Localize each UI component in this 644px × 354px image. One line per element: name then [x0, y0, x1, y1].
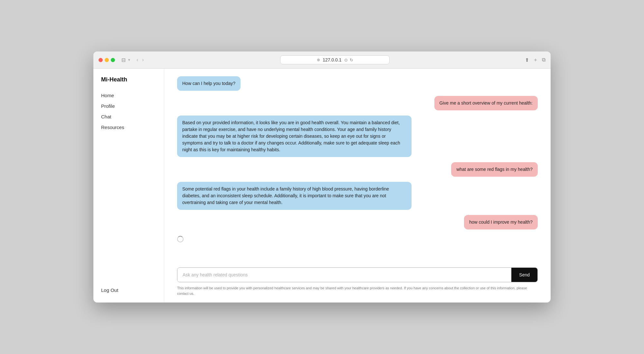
browser-actions: ⬆ ＋ ⧉ — [525, 57, 545, 63]
sidebar-toggle-icon[interactable]: ⊟ — [121, 57, 126, 63]
address-text: 127.0.0.1 — [323, 57, 341, 62]
privacy-icon: ⊕ — [317, 58, 320, 62]
message-row: Based on your provided information, it l… — [177, 116, 538, 157]
back-arrow-icon[interactable]: ‹ — [135, 56, 139, 63]
sidebar-item-chat[interactable]: Chat — [101, 112, 156, 121]
disclaimer-text: This information will be used to provide… — [177, 285, 538, 296]
chat-bubble-user: what are some red flags in my health? — [451, 162, 538, 177]
spinner-icon — [177, 236, 184, 242]
minimize-button[interactable] — [105, 58, 109, 62]
address-icons: ⊙ ↻ — [344, 58, 353, 62]
sidebar-item-profile[interactable]: Profile — [101, 101, 156, 111]
chat-messages: How can I help you today? Give me a shor… — [177, 76, 538, 265]
forward-arrow-icon[interactable]: › — [141, 56, 145, 63]
chat-bubble-ai: Based on your provided information, it l… — [177, 116, 412, 157]
chevron-down-icon: ▾ — [128, 58, 130, 62]
browser-window: ⊟ ▾ ‹ › ⊕ 127.0.0.1 ⊙ ↻ ⬆ ＋ ⧉ Mi-He — [93, 51, 551, 303]
message-row: Give me a short overview of my current h… — [177, 96, 538, 110]
send-button[interactable]: Send — [511, 268, 537, 282]
app-layout: Mi-Health Home Profile Chat Resources Lo… — [93, 69, 551, 303]
nav-menu: Home Profile Chat Resources — [101, 91, 156, 285]
message-row: how could I improve my health? — [177, 215, 538, 229]
logout-button[interactable]: Log Out — [101, 285, 156, 295]
share-button-icon[interactable]: ⬆ — [525, 57, 529, 63]
chat-input[interactable] — [177, 268, 511, 282]
chat-bubble-ai: Some potential red flags in your health … — [177, 182, 412, 210]
maximize-button[interactable] — [111, 58, 115, 62]
chat-bubble-user: Give me a short overview of my current h… — [434, 96, 538, 110]
refresh-icon[interactable]: ↻ — [350, 58, 353, 62]
traffic-lights — [99, 58, 115, 62]
tabs-overview-icon[interactable]: ⧉ — [542, 57, 545, 63]
chat-bubble-user: how could I improve my health? — [464, 215, 538, 229]
address-bar-container: ⊕ 127.0.0.1 ⊙ ↻ — [149, 55, 521, 64]
nav-arrows: ‹ › — [135, 56, 145, 63]
address-bar[interactable]: ⊕ 127.0.0.1 ⊙ ↻ — [280, 55, 390, 64]
browser-controls: ⊟ ▾ — [121, 57, 130, 63]
browser-chrome: ⊟ ▾ ‹ › ⊕ 127.0.0.1 ⊙ ↻ ⬆ ＋ ⧉ — [93, 51, 551, 69]
message-row: what are some red flags in my health? — [177, 162, 538, 177]
sidebar: Mi-Health Home Profile Chat Resources Lo… — [93, 69, 164, 303]
main-content: How can I help you today? Give me a shor… — [164, 69, 551, 303]
close-button[interactable] — [99, 58, 103, 62]
input-row: Send — [177, 267, 538, 282]
loading-indicator — [177, 236, 538, 242]
sidebar-item-home[interactable]: Home — [101, 91, 156, 100]
share-icon: ⊙ — [344, 58, 348, 62]
chat-bubble-ai: How can I help you today? — [177, 76, 241, 91]
new-tab-icon[interactable]: ＋ — [533, 57, 538, 63]
message-row: How can I help you today? — [177, 76, 538, 91]
app-title: Mi-Health — [101, 76, 156, 83]
input-area: Send This information will be used to pr… — [177, 267, 538, 296]
message-row: Some potential red flags in your health … — [177, 182, 538, 210]
sidebar-item-resources[interactable]: Resources — [101, 123, 156, 132]
